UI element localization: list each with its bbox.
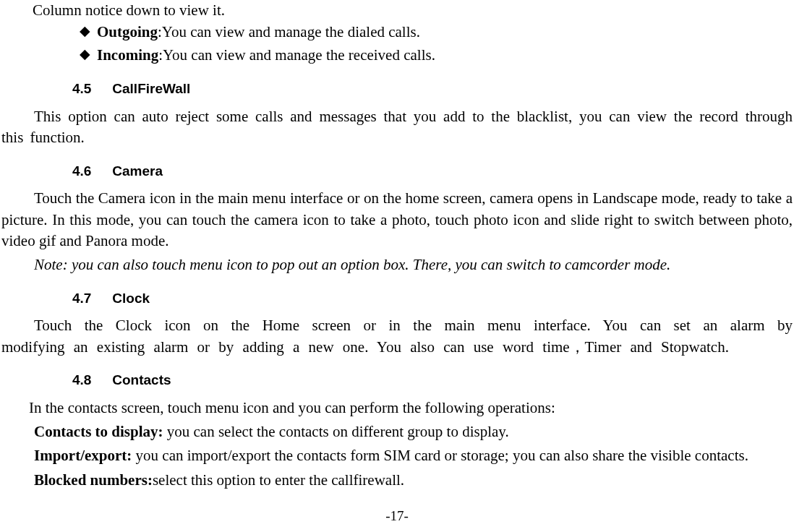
note-camera: Note: you can also touch menu icon to po… [0, 254, 794, 275]
bullet-label: Outgoing [97, 23, 158, 40]
heading-camera: 4.6 Camera [0, 162, 794, 181]
heading-callfirewall: 4.5 CallFireWall [0, 80, 794, 99]
bullet-item-incoming: ◆ Incoming:You can view and manage the r… [80, 44, 794, 66]
bullet-list: ◆ Outgoing:You can view and manage the d… [0, 21, 794, 66]
para-clock: Touch the Clock icon on the Home screen … [0, 315, 794, 358]
label-blocked-numbers: Blocked numbers: [34, 471, 153, 489]
bullet-label: Incoming [97, 46, 158, 64]
heading-title: Camera [112, 163, 163, 179]
para-contacts-to-display: Contacts to display: you can select the … [0, 421, 794, 442]
heading-title: CallFireWall [112, 81, 190, 96]
heading-contacts: 4.8 Contacts [0, 371, 794, 390]
desc-blocked-numbers: select this option to enter the callfire… [153, 471, 404, 489]
bullet-desc: :You can view and manage the dialed call… [158, 23, 420, 40]
diamond-bullet-icon: ◆ [80, 45, 97, 64]
heading-num: 4.6 [72, 162, 108, 181]
desc-contacts-to-display: you can select the contacts on different… [167, 423, 509, 440]
para-callfirewall: This option can auto reject some calls a… [0, 106, 794, 149]
heading-title: Clock [112, 291, 150, 306]
heading-clock: 4.7 Clock [0, 289, 794, 309]
heading-num: 4.5 [72, 80, 108, 99]
heading-title: Contacts [112, 372, 171, 387]
para-contacts-intro: In the contacts screen, touch menu icon … [0, 398, 794, 419]
heading-num: 4.8 [72, 371, 108, 390]
label-contacts-to-display: Contacts to display: [34, 423, 167, 440]
label-import-export: Import/export: [34, 447, 136, 464]
para-blocked-numbers: Blocked numbers:select this option to en… [0, 470, 794, 491]
diamond-bullet-icon: ◆ [80, 22, 97, 41]
partial-line-top: Column notice down to view it. [0, 0, 794, 21]
bullet-desc: :You can view and manage the received ca… [158, 46, 435, 64]
heading-num: 4.7 [72, 289, 108, 309]
para-import-export: Import/export: you can import/export the… [0, 445, 794, 466]
desc-import-export: you can import/export the contacts form … [136, 447, 748, 464]
page-number: -17- [0, 507, 794, 526]
para-camera: Touch the Camera icon in the main menu i… [0, 188, 794, 252]
bullet-item-outgoing: ◆ Outgoing:You can view and manage the d… [80, 21, 794, 43]
